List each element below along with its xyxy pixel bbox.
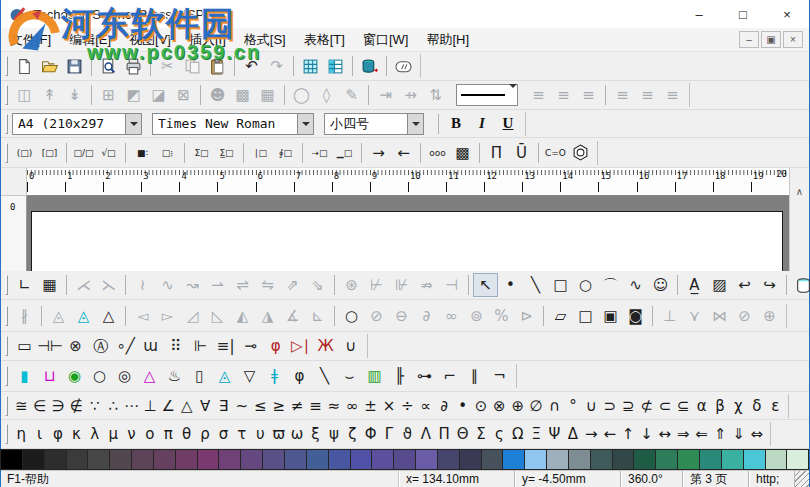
toolbar-grip[interactable] — [5, 366, 8, 386]
capacitor2-symbol-button[interactable]: ⊩ — [188, 334, 213, 358]
symbol-button[interactable]: ← — [601, 422, 619, 446]
symbol-button[interactable]: ∝ — [417, 394, 435, 418]
supersub-template-button[interactable]: □⁝ — [155, 141, 180, 165]
symbol-button[interactable]: ψ — [325, 422, 343, 446]
symbol-button[interactable]: μ — [104, 422, 122, 446]
line-tool[interactable]: ╲ — [523, 273, 548, 297]
integral-template-button[interactable]: ∣□ — [248, 141, 273, 165]
matrix-small-button[interactable]: ooo — [425, 141, 450, 165]
color-swatch[interactable] — [175, 449, 198, 470]
line-style-dropdown-button[interactable] — [509, 88, 517, 103]
rheostat-symbol-button[interactable]: ⊸ — [238, 334, 263, 358]
measuring-cylinder-tool[interactable]: ▥ — [362, 364, 387, 388]
matrix-grid-button[interactable]: ▩ — [450, 141, 475, 165]
thermometer-tool[interactable]: ǂ — [262, 364, 287, 388]
symbol-button[interactable]: ω — [288, 422, 306, 446]
color-swatch[interactable] — [481, 449, 504, 470]
symbol-button[interactable]: Σ — [472, 422, 490, 446]
symbol-button[interactable]: ⇔ — [748, 422, 766, 446]
symbol-button[interactable]: Π — [435, 422, 453, 446]
page-size-dropdown-button[interactable] — [125, 114, 141, 134]
carbonyl-button[interactable]: C=O — [543, 141, 568, 165]
symbol-button[interactable]: β — [711, 394, 729, 418]
capacitor-symbol-button[interactable]: ⊣⊢ — [37, 334, 63, 358]
symbol-button[interactable]: ϑ — [398, 422, 416, 446]
symbol-button[interactable]: υ — [251, 422, 269, 446]
funnel-tool[interactable]: ▽ — [237, 364, 262, 388]
toolbar-grip[interactable] — [5, 424, 8, 444]
reaction-left-button[interactable]: ← — [391, 141, 416, 165]
dropper-bottle-tool[interactable]: ◬ — [212, 364, 237, 388]
maximize-button[interactable]: □ — [721, 0, 765, 28]
symbol-button[interactable]: ∪ — [582, 394, 600, 418]
symbol-button[interactable]: ≡ — [306, 394, 324, 418]
diode-symbol-button[interactable]: ▷∣ — [288, 334, 313, 358]
symbol-button[interactable]: σ — [214, 422, 232, 446]
face-tool[interactable]: ☺ — [648, 273, 673, 297]
symbol-button[interactable]: τ — [233, 422, 251, 446]
color-swatch[interactable] — [699, 449, 722, 470]
flask-conical-tool[interactable]: △ — [137, 364, 162, 388]
parallel-tube-tool[interactable]: ∥ — [462, 364, 487, 388]
transformer-symbol-button[interactable]: Ж — [313, 334, 338, 358]
symbol-button[interactable]: ∀ — [196, 394, 214, 418]
color-swatch[interactable] — [153, 449, 176, 470]
symbol-button[interactable]: ⇐ — [692, 422, 710, 446]
print-button[interactable] — [121, 54, 146, 78]
mdi-restore-button[interactable]: ▣ — [761, 31, 781, 48]
toolbar-grip[interactable] — [5, 306, 8, 326]
database-button[interactable] — [357, 54, 382, 78]
color-swatch[interactable] — [44, 449, 67, 470]
symbol-button[interactable]: → — [582, 422, 600, 446]
symbol-button[interactable]: ς — [490, 422, 508, 446]
menu-item[interactable]: 文件[F] — [1, 29, 60, 51]
paren-template-button[interactable]: (□) — [12, 141, 37, 165]
font-size-dropdown-button[interactable] — [407, 114, 423, 134]
parallelogram-button[interactable]: ▱ — [548, 304, 573, 328]
union-bar-button[interactable]: Ū — [509, 141, 534, 165]
symbol-button[interactable]: λ — [86, 422, 104, 446]
color-swatch[interactable] — [262, 449, 285, 470]
italic-button[interactable]: I — [469, 112, 495, 136]
color-swatch[interactable] — [87, 449, 110, 470]
ellipse-tool[interactable]: ○ — [573, 273, 598, 297]
mdi-close-button[interactable]: × — [783, 31, 803, 48]
color-swatch[interactable] — [655, 449, 678, 470]
symbol-button[interactable]: ∴ — [104, 394, 122, 418]
underline-box-template-button[interactable]: ▁□ — [332, 141, 357, 165]
subscript-template-button[interactable]: ■∶ — [130, 141, 155, 165]
close-button[interactable]: × — [765, 0, 809, 28]
symbol-button[interactable]: ÷ — [398, 394, 416, 418]
document-page[interactable] — [31, 211, 783, 271]
color-swatch[interactable] — [590, 449, 613, 470]
symbol-button[interactable]: ° — [564, 394, 582, 418]
symbol-button[interactable]: ∋ — [49, 394, 67, 418]
text-tool[interactable]: A̲ — [682, 273, 707, 297]
menu-item[interactable]: 编辑[E] — [60, 29, 120, 51]
color-swatch[interactable] — [743, 449, 766, 470]
symbol-button[interactable]: ρ — [196, 422, 214, 446]
color-swatch[interactable] — [437, 449, 460, 470]
symbol-button[interactable]: ∠ — [159, 394, 177, 418]
symbol-button[interactable]: ∅ — [527, 394, 545, 418]
font-name-combo[interactable]: Times New Roman — [152, 113, 314, 135]
menu-item[interactable]: 帮助[H] — [417, 29, 478, 51]
symbol-button[interactable]: Δ — [564, 422, 582, 446]
symbol-button[interactable]: φ — [49, 422, 67, 446]
symbol-button[interactable]: Φ — [361, 422, 379, 446]
symbol-button[interactable]: ⊄ — [637, 394, 655, 418]
color-swatch[interactable] — [197, 449, 220, 470]
color-swatch[interactable] — [284, 449, 307, 470]
print-preview-button[interactable] — [96, 54, 121, 78]
hook-arrow-right-tool[interactable]: ↪ — [757, 273, 782, 297]
axes-template-button[interactable]: ∟ — [12, 273, 37, 297]
minimize-button[interactable]: – — [677, 0, 721, 28]
paste-button[interactable] — [205, 54, 230, 78]
fraction-template-button[interactable]: □/□ — [71, 141, 96, 165]
color-swatch[interactable] — [66, 449, 89, 470]
color-swatch[interactable] — [524, 449, 547, 470]
symbol-button[interactable]: ≥ — [269, 394, 287, 418]
circle-button[interactable]: ○ — [339, 304, 364, 328]
circle-in-square-button[interactable]: ◙ — [623, 304, 648, 328]
battery-symbol-button[interactable]: ≡| — [213, 334, 238, 358]
